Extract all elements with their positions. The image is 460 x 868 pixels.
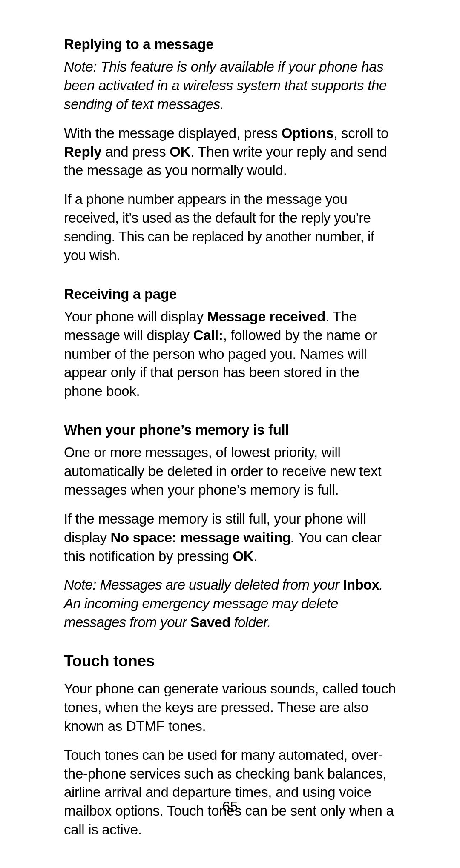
ui-label-ok: OK	[170, 144, 190, 160]
note-memory: Note: Messages are usually deleted from …	[64, 576, 396, 632]
text: , scroll to	[334, 125, 388, 141]
ui-label-reply: Reply	[64, 144, 101, 160]
text: .	[291, 530, 299, 545]
text: .	[253, 548, 257, 564]
section-replying: Replying to a message Note: This feature…	[64, 36, 396, 265]
para-receiving-1: Your phone will display Message received…	[64, 307, 396, 401]
heading-replying: Replying to a message	[64, 36, 396, 52]
page-number: 65	[0, 799, 460, 815]
para-memory-2: If the message memory is still full, you…	[64, 510, 396, 566]
section-memory-full: When your phone’s memory is full One or …	[64, 422, 396, 632]
para-replying-2: If a phone number appears in the message…	[64, 190, 396, 265]
ui-label-ok: OK	[233, 548, 253, 564]
section-receiving: Receiving a page Your phone will display…	[64, 286, 396, 401]
ui-label-saved: Saved	[190, 614, 230, 630]
manual-page: Replying to a message Note: This feature…	[0, 0, 460, 868]
text: Note: Messages are usually deleted from …	[64, 577, 343, 593]
para-touch-1: Your phone can generate various sounds, …	[64, 679, 396, 736]
text: folder.	[230, 614, 271, 630]
para-replying-1: With the message displayed, press Option…	[64, 124, 396, 180]
heading-memory-full: When your phone’s memory is full	[64, 422, 396, 438]
text: With the message displayed, press	[64, 125, 282, 141]
para-memory-1: One or more messages, of lowest priority…	[64, 443, 396, 499]
ui-label-message-received: Message received	[207, 309, 325, 324]
ui-label-call: Call:	[193, 327, 223, 343]
ui-label-options: Options	[282, 125, 334, 141]
para-touch-2: Touch tones can be used for many automat…	[64, 746, 396, 839]
heading-receiving: Receiving a page	[64, 286, 396, 302]
heading-touch-tones: Touch tones	[64, 652, 396, 670]
text: and press	[101, 144, 170, 160]
ui-label-inbox: Inbox	[343, 577, 379, 593]
note-replying: Note: This feature is only available if …	[64, 57, 396, 114]
text: Your phone will display	[64, 309, 207, 324]
ui-label-no-space: No space: message waiting	[111, 530, 291, 545]
